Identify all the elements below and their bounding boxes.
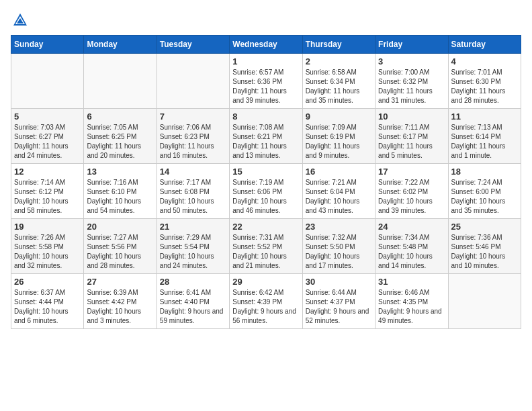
day-info: Sunrise: 7:06 AM Sunset: 6:23 PM Dayligh…	[160, 123, 226, 161]
week-row-0: 1Sunrise: 6:57 AM Sunset: 6:36 PM Daylig…	[11, 54, 521, 109]
day-info: Sunrise: 7:11 AM Sunset: 6:17 PM Dayligh…	[378, 123, 445, 161]
day-number: 2	[306, 56, 372, 66]
calendar-cell: 19Sunrise: 7:26 AM Sunset: 5:58 PM Dayli…	[11, 219, 84, 274]
calendar-body: 1Sunrise: 6:57 AM Sunset: 6:36 PM Daylig…	[11, 54, 521, 329]
day-number: 30	[306, 277, 372, 287]
calendar-cell: 28Sunrise: 6:41 AM Sunset: 4:40 PM Dayli…	[157, 274, 229, 329]
day-number: 25	[451, 222, 518, 232]
week-row-1: 5Sunrise: 7:03 AM Sunset: 6:27 PM Daylig…	[11, 109, 521, 164]
day-info: Sunrise: 6:58 AM Sunset: 6:34 PM Dayligh…	[306, 68, 372, 105]
calendar-cell	[448, 274, 521, 329]
day-info: Sunrise: 7:09 AM Sunset: 6:19 PM Dayligh…	[306, 123, 372, 161]
calendar-cell	[84, 54, 157, 109]
day-number: 26	[14, 277, 81, 287]
calendar-cell: 15Sunrise: 7:19 AM Sunset: 6:06 PM Dayli…	[230, 164, 302, 219]
day-info: Sunrise: 7:24 AM Sunset: 6:00 PM Dayligh…	[451, 178, 518, 216]
day-number: 12	[14, 167, 81, 177]
day-number: 17	[378, 167, 445, 177]
calendar-cell: 2Sunrise: 6:58 AM Sunset: 6:34 PM Daylig…	[302, 54, 375, 109]
calendar-cell: 22Sunrise: 7:31 AM Sunset: 5:52 PM Dayli…	[230, 219, 302, 274]
day-number: 1	[232, 56, 299, 66]
calendar-cell: 27Sunrise: 6:39 AM Sunset: 4:42 PM Dayli…	[84, 274, 157, 329]
calendar-cell: 9Sunrise: 7:09 AM Sunset: 6:19 PM Daylig…	[302, 109, 375, 164]
day-info: Sunrise: 7:21 AM Sunset: 6:04 PM Dayligh…	[306, 178, 372, 216]
day-info: Sunrise: 7:17 AM Sunset: 6:08 PM Dayligh…	[160, 178, 226, 216]
day-number: 20	[87, 222, 153, 232]
dow-header-monday: Monday	[84, 36, 157, 54]
calendar-cell: 5Sunrise: 7:03 AM Sunset: 6:27 PM Daylig…	[11, 109, 84, 164]
calendar-cell: 17Sunrise: 7:22 AM Sunset: 6:02 PM Dayli…	[375, 164, 448, 219]
day-number: 14	[160, 167, 226, 177]
calendar-cell: 24Sunrise: 7:34 AM Sunset: 5:48 PM Dayli…	[375, 219, 448, 274]
day-number: 16	[306, 167, 372, 177]
day-info: Sunrise: 6:41 AM Sunset: 4:40 PM Dayligh…	[160, 288, 226, 326]
calendar-cell: 10Sunrise: 7:11 AM Sunset: 6:17 PM Dayli…	[375, 109, 448, 164]
day-number: 23	[306, 222, 372, 232]
day-number: 7	[160, 111, 226, 122]
day-info: Sunrise: 7:01 AM Sunset: 6:30 PM Dayligh…	[451, 68, 518, 105]
day-info: Sunrise: 7:31 AM Sunset: 5:52 PM Dayligh…	[232, 233, 299, 271]
calendar-cell: 11Sunrise: 7:13 AM Sunset: 6:14 PM Dayli…	[448, 109, 521, 164]
day-number: 21	[160, 222, 226, 232]
day-info: Sunrise: 7:32 AM Sunset: 5:50 PM Dayligh…	[306, 233, 372, 271]
day-number: 15	[232, 167, 299, 177]
week-row-4: 26Sunrise: 6:37 AM Sunset: 4:44 PM Dayli…	[11, 274, 521, 329]
day-info: Sunrise: 6:42 AM Sunset: 4:39 PM Dayligh…	[232, 288, 299, 326]
day-number: 24	[378, 222, 445, 232]
day-number: 19	[14, 222, 81, 232]
day-number: 27	[87, 277, 153, 287]
dow-header-sunday: Sunday	[11, 36, 84, 54]
week-row-3: 19Sunrise: 7:26 AM Sunset: 5:58 PM Dayli…	[11, 219, 521, 274]
day-number: 10	[378, 111, 445, 122]
calendar-cell: 8Sunrise: 7:08 AM Sunset: 6:21 PM Daylig…	[230, 109, 302, 164]
day-info: Sunrise: 6:46 AM Sunset: 4:35 PM Dayligh…	[378, 288, 445, 326]
day-number: 6	[87, 111, 153, 122]
day-number: 9	[306, 111, 372, 122]
calendar-cell: 30Sunrise: 6:44 AM Sunset: 4:37 PM Dayli…	[302, 274, 375, 329]
day-info: Sunrise: 7:13 AM Sunset: 6:14 PM Dayligh…	[451, 123, 518, 161]
dow-header-tuesday: Tuesday	[157, 36, 229, 54]
day-number: 22	[232, 222, 299, 232]
day-number: 11	[451, 111, 518, 122]
day-info: Sunrise: 7:08 AM Sunset: 6:21 PM Dayligh…	[232, 123, 299, 161]
calendar-cell: 1Sunrise: 6:57 AM Sunset: 6:36 PM Daylig…	[230, 54, 302, 109]
calendar-table: SundayMondayTuesdayWednesdayThursdayFrid…	[11, 35, 521, 329]
calendar-cell: 12Sunrise: 7:14 AM Sunset: 6:12 PM Dayli…	[11, 164, 84, 219]
day-info: Sunrise: 6:39 AM Sunset: 4:42 PM Dayligh…	[87, 288, 153, 326]
calendar-cell: 26Sunrise: 6:37 AM Sunset: 4:44 PM Dayli…	[11, 274, 84, 329]
dow-header-thursday: Thursday	[302, 36, 375, 54]
day-number: 4	[451, 56, 518, 66]
day-number: 18	[451, 167, 518, 177]
day-info: Sunrise: 6:57 AM Sunset: 6:36 PM Dayligh…	[232, 68, 299, 105]
logo	[11, 11, 32, 30]
page-header	[11, 11, 521, 30]
day-info: Sunrise: 7:14 AM Sunset: 6:12 PM Dayligh…	[14, 178, 81, 216]
dow-header-saturday: Saturday	[448, 36, 521, 54]
day-info: Sunrise: 7:29 AM Sunset: 5:54 PM Dayligh…	[160, 233, 226, 271]
week-row-2: 12Sunrise: 7:14 AM Sunset: 6:12 PM Dayli…	[11, 164, 521, 219]
calendar-cell: 3Sunrise: 7:00 AM Sunset: 6:32 PM Daylig…	[375, 54, 448, 109]
day-number: 13	[87, 167, 153, 177]
calendar-cell: 13Sunrise: 7:16 AM Sunset: 6:10 PM Dayli…	[84, 164, 157, 219]
day-info: Sunrise: 6:37 AM Sunset: 4:44 PM Dayligh…	[14, 288, 81, 326]
day-info: Sunrise: 7:26 AM Sunset: 5:58 PM Dayligh…	[14, 233, 81, 271]
day-number: 29	[232, 277, 299, 287]
logo-icon	[11, 11, 30, 30]
calendar-cell	[11, 54, 84, 109]
day-info: Sunrise: 7:16 AM Sunset: 6:10 PM Dayligh…	[87, 178, 153, 216]
calendar-cell: 20Sunrise: 7:27 AM Sunset: 5:56 PM Dayli…	[84, 219, 157, 274]
calendar-cell: 7Sunrise: 7:06 AM Sunset: 6:23 PM Daylig…	[157, 109, 229, 164]
dow-header-friday: Friday	[375, 36, 448, 54]
day-info: Sunrise: 7:05 AM Sunset: 6:25 PM Dayligh…	[87, 123, 153, 161]
day-info: Sunrise: 7:03 AM Sunset: 6:27 PM Dayligh…	[14, 123, 81, 161]
calendar-cell: 18Sunrise: 7:24 AM Sunset: 6:00 PM Dayli…	[448, 164, 521, 219]
calendar-cell: 4Sunrise: 7:01 AM Sunset: 6:30 PM Daylig…	[448, 54, 521, 109]
day-info: Sunrise: 7:34 AM Sunset: 5:48 PM Dayligh…	[378, 233, 445, 271]
days-of-week-row: SundayMondayTuesdayWednesdayThursdayFrid…	[11, 36, 521, 54]
calendar-cell: 29Sunrise: 6:42 AM Sunset: 4:39 PM Dayli…	[230, 274, 302, 329]
day-info: Sunrise: 7:36 AM Sunset: 5:46 PM Dayligh…	[451, 233, 518, 271]
day-number: 28	[160, 277, 226, 287]
day-info: Sunrise: 7:22 AM Sunset: 6:02 PM Dayligh…	[378, 178, 445, 216]
day-info: Sunrise: 7:00 AM Sunset: 6:32 PM Dayligh…	[378, 68, 445, 105]
day-number: 31	[378, 277, 445, 287]
